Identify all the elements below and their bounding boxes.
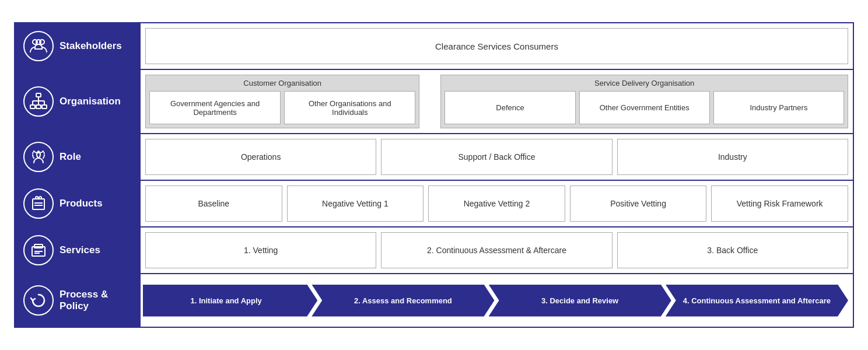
role-header: Role	[15, 134, 141, 180]
svg-rect-3	[36, 93, 41, 97]
process-content-area: 1. Initiate and Apply 2. Assess and Reco…	[141, 274, 853, 327]
svg-rect-12	[33, 199, 44, 209]
process-step-4: 4. Continuous Assessment and Aftercare	[666, 285, 848, 317]
process-step-2: 2. Assess and Recommend	[312, 285, 494, 317]
role-operations: Operations	[145, 139, 376, 175]
services-label: Services	[60, 244, 100, 256]
org-cell-industry-partners: Industry Partners	[713, 91, 844, 124]
service-back-office: 3. Back Office	[617, 232, 848, 268]
service-delivery-cells: Defence Other Government Entities Indust…	[444, 91, 844, 124]
org-cell-gov-agencies: Government Agencies and Departments	[149, 91, 281, 124]
service-vetting: 1. Vetting	[145, 232, 376, 268]
org-cell-other-gov: Other Government Entities	[579, 91, 710, 124]
product-vrf: Vetting Risk Framework	[711, 186, 848, 222]
stakeholders-value: Clearance Services Consumers	[145, 28, 848, 64]
organisation-content-area: Customer Organisation Government Agencie…	[141, 70, 853, 133]
service-continuous: 2. Continuous Assessment & Aftercare	[381, 232, 612, 268]
product-nv2: Negative Vetting 2	[428, 186, 565, 222]
organisation-header: Organisation	[15, 70, 141, 133]
stakeholders-icon	[23, 31, 54, 61]
process-row: Process & Policy 1. Initiate and Apply 2…	[15, 274, 853, 327]
products-label: Products	[60, 198, 103, 209]
org-cell-defence: Defence	[444, 91, 575, 124]
svg-rect-4	[30, 105, 35, 108]
stakeholders-row: Stakeholders Clearance Services Consumer…	[15, 23, 853, 70]
products-icon	[23, 188, 54, 219]
organisation-label: Organisation	[60, 96, 121, 107]
stakeholders-content-area: Clearance Services Consumers	[141, 23, 853, 69]
stakeholders-header: Stakeholders	[15, 23, 141, 69]
svg-rect-6	[42, 105, 47, 108]
service-delivery-group: Service Delivery Organisation Defence Ot…	[440, 75, 848, 128]
process-step-3: 3. Decide and Review	[489, 285, 671, 317]
product-nv1: Negative Vetting 1	[287, 186, 424, 222]
role-row: Role Operations Support / Back Office In…	[15, 134, 853, 181]
organisation-row: Organisation Customer Organisation Gover…	[15, 70, 853, 134]
role-icon	[23, 142, 54, 172]
process-header: Process & Policy	[15, 274, 141, 327]
process-label: Process & Policy	[60, 289, 132, 312]
services-row: Services 1. Vetting 2. Continuous Assess…	[15, 228, 853, 274]
role-support-back-office: Support / Back Office	[381, 139, 612, 175]
product-pv: Positive Vetting	[570, 186, 707, 222]
org-spacer	[424, 75, 436, 128]
process-step-1: 1. Initiate and Apply	[143, 285, 317, 317]
stakeholders-label: Stakeholders	[60, 40, 122, 52]
diagram: Stakeholders Clearance Services Consumer…	[14, 22, 854, 328]
product-baseline: Baseline	[145, 186, 282, 222]
customer-org-title: Customer Organisation	[149, 79, 415, 88]
org-groups: Customer Organisation Government Agencie…	[145, 75, 848, 128]
organisation-icon	[23, 86, 54, 117]
customer-org-cells: Government Agencies and Departments Othe…	[149, 91, 415, 124]
services-content-area: 1. Vetting 2. Continuous Assessment & Af…	[141, 228, 853, 273]
products-content-area: Baseline Negative Vetting 1 Negative Vet…	[141, 181, 853, 226]
role-industry: Industry	[617, 139, 848, 175]
org-cell-other-orgs: Other Organisations and Individuals	[284, 91, 415, 124]
products-row: Products Baseline Negative Vetting 1 Neg…	[15, 181, 853, 228]
services-icon	[23, 235, 54, 265]
process-icon	[23, 285, 54, 316]
products-header: Products	[15, 181, 141, 226]
services-header: Services	[15, 228, 141, 273]
role-content-area: Operations Support / Back Office Industr…	[141, 134, 853, 180]
customer-org-group: Customer Organisation Government Agencie…	[145, 75, 419, 128]
service-delivery-title: Service Delivery Organisation	[444, 79, 844, 88]
role-label: Role	[60, 151, 81, 163]
svg-rect-5	[36, 105, 41, 108]
